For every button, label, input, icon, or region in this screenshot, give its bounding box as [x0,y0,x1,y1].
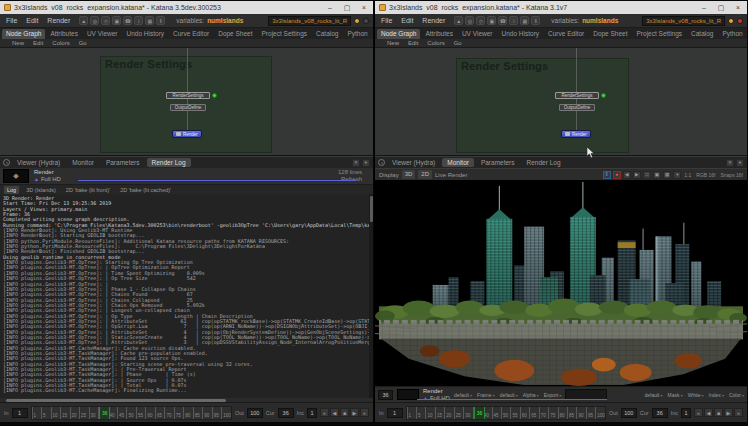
monitor-viewport[interactable] [375,180,747,386]
main-tab[interactable]: Attributes [421,29,456,39]
menu-item[interactable]: Edit [399,17,415,24]
maximize-button[interactable]: ▢ [342,1,352,14]
main-tab[interactable]: Python [718,29,746,39]
nodegraph-menu-item[interactable]: New [387,40,399,46]
minimize-button[interactable]: – [699,1,709,14]
playback-button[interactable]: ■ [714,408,723,417]
menu-item[interactable]: Render [420,17,447,24]
variables-value[interactable]: numIslands [207,17,243,24]
toolbar-icon[interactable]: ▲ [454,16,463,25]
log-horizontal-scrollbar[interactable] [0,398,373,402]
strip-dropdown[interactable]: default [454,392,472,398]
main-tab[interactable]: UV Viewer [83,29,122,39]
pane-options-icon[interactable]: ▾ [362,159,370,167]
nodegraph-menu-item[interactable]: Edit [408,40,418,46]
in-frame-field[interactable]: 1 [387,408,403,418]
pane-split-icon[interactable]: ≡ [726,159,734,167]
main-tab[interactable]: Dope Sheet [214,29,256,39]
playback-button[interactable]: » [734,408,743,417]
toolbar-icon[interactable]: ‖ [531,16,540,25]
menu-item[interactable]: Render [45,17,72,24]
node-outputdefine[interactable]: OutputDefine [170,104,206,111]
current-frame-field[interactable]: 36 [278,408,294,418]
strip-dropdown[interactable]: Frame [477,392,495,398]
render-name[interactable]: Render [423,388,450,395]
close-button[interactable]: × [733,1,743,14]
main-tab[interactable]: Node Graph [2,29,45,39]
timeline-ruler[interactable]: 1510152025303540455055606570758085909510… [31,406,232,420]
pane-split-icon[interactable]: ≡ [352,159,360,167]
title-bar[interactable]: 3x3Islands_v08_rocks_expansion.katana* -… [0,1,373,14]
main-tab[interactable]: Node Graph [377,29,420,39]
main-tab[interactable]: Attributes [46,29,81,39]
session-field[interactable]: 3x3Islands_v08_rocks_lit_R [268,16,351,26]
pane-tab[interactable]: Parameters [476,158,520,167]
toolbar-icon[interactable]: ◎ [465,16,474,25]
toolbar-icon[interactable]: ◇ [101,16,110,25]
out-frame-field[interactable]: 100 [621,408,637,418]
main-tab[interactable]: Undo History [497,29,543,39]
increment-field[interactable]: 1 [681,408,691,418]
backdrop-node[interactable]: Render Settings [456,58,629,153]
main-tab[interactable]: Curve Editor [169,29,213,39]
log-vertical-scrollbar[interactable] [369,194,373,398]
main-tab[interactable]: UV Viewer [458,29,497,39]
pane-tab[interactable]: Parameters [101,158,145,167]
pane-tab[interactable]: Monitor [442,158,474,167]
node-rendersettings[interactable]: RenderSettings [166,92,210,99]
monitor-control-icon[interactable]: □ [643,171,651,179]
toolbar-icon[interactable]: ▲ [79,16,88,25]
render-thumbnail[interactable] [397,389,419,400]
monitor-control-icon[interactable]: ▣ [653,171,661,179]
strip-dropdown[interactable]: Mask [668,392,683,398]
toolbar-icon[interactable]: ▣ [112,16,121,25]
playback-button[interactable]: » [360,408,369,417]
nodegraph-menu-item[interactable]: New [12,40,24,46]
toolbar-icon[interactable]: ◇ [476,16,485,25]
main-tab[interactable]: Python [343,29,371,39]
main-tab[interactable]: Catalog [687,29,717,39]
minimize-button[interactable]: – [325,1,335,14]
main-tab[interactable]: Curve Editor [544,29,588,39]
strip-dropdown[interactable]: Index [709,392,724,398]
render-log-output[interactable]: 3D Render: RenderStart Time: Fri Dec 13 … [0,194,373,398]
pane-options-icon[interactable]: ▾ [736,159,744,167]
monitor-control-icon[interactable]: ● [613,171,621,179]
monitor-control-icon[interactable]: ▦ [663,171,671,179]
log-filter-tab[interactable]: 2D 'bake (lit cached)' [117,186,174,194]
pane-gear-icon[interactable] [378,159,385,166]
playback-button[interactable]: « [694,408,703,417]
playback-button[interactable]: « [320,408,329,417]
variables-value[interactable]: numIslands [582,17,618,24]
node-outputdefine[interactable]: OutputDefine [559,104,595,111]
playback-button[interactable]: ▶ [350,408,359,417]
toolbar-icon[interactable]: ☎ [123,16,132,25]
main-tab[interactable]: Undo History [122,29,168,39]
log-filter-tab[interactable]: 2D 'bake (lit front)' [63,186,113,194]
title-bar[interactable]: 3x3Islands_v08_rocks_expansion.katana* -… [375,1,747,14]
render-name[interactable]: Render [34,169,61,176]
playback-button[interactable]: ◀ [704,408,713,417]
log-filter-tab[interactable]: 3D (Islands) [23,186,59,194]
toolbar-icon[interactable]: ◎ [90,16,99,25]
maximize-button[interactable]: ▢ [716,1,726,14]
view-3d-button[interactable]: 3D [402,170,416,179]
current-frame-field[interactable]: 36 [652,408,668,418]
nodegraph-menu-item[interactable]: Colors [427,40,444,46]
toolbar-icon[interactable]: ▦ [520,16,529,25]
monitor-control-icon[interactable]: ▶ [633,171,641,179]
toolbar-icon[interactable]: ▣ [487,16,496,25]
nodegraph-menu-item[interactable]: Edit [33,40,43,46]
in-frame-field[interactable]: 1 [12,408,28,418]
monitor-control-icon[interactable]: ◀ [623,171,631,179]
nodegraph-menu-item[interactable]: Go [454,40,462,46]
toolbar-icon[interactable]: ‖ [156,16,165,25]
pane-tab[interactable]: Render Log [147,158,191,167]
render-thumbnail[interactable]: ◆ [3,169,29,183]
node-graph-canvas[interactable]: Render Settings RenderSettings OutputDef… [375,48,747,156]
main-tab[interactable]: Project Settings [258,29,312,39]
node-view-flag-icon[interactable] [601,93,606,98]
strip-dropdown[interactable]: White [688,392,704,398]
scrollbar-handle[interactable] [370,196,373,222]
playback-button[interactable]: ▶ [724,408,733,417]
